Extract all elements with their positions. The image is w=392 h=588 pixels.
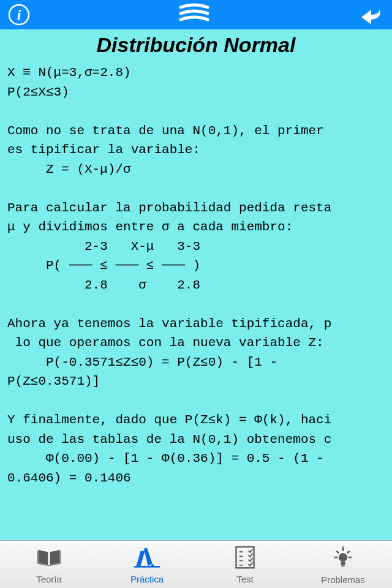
svg-point-8 [339, 553, 347, 562]
tab-problemas[interactable]: Problemas [294, 545, 392, 585]
back-icon[interactable] [358, 1, 385, 28]
info-icon[interactable]: i [7, 3, 31, 26]
tab-label: Test [236, 574, 254, 584]
lesson-body: X ≡ N(μ=3,σ=2.8) P(2≤X≤3) Como no se tra… [7, 63, 385, 488]
tab-test[interactable]: Test [196, 545, 294, 584]
lightbulb-icon [330, 545, 356, 573]
tab-label: Práctica [130, 574, 164, 584]
svg-rect-10 [341, 565, 344, 567]
books-icon[interactable] [176, 2, 213, 27]
book-icon [36, 545, 62, 573]
pencil-icon [134, 545, 160, 573]
page-title: Distribución Normal [7, 33, 385, 57]
svg-line-15 [347, 551, 350, 553]
svg-text:i: i [17, 7, 21, 23]
top-navbar: i [0, 0, 392, 29]
bottom-tabbar: Teoría Práctica [0, 540, 392, 588]
tab-teoria[interactable]: Teoría [0, 545, 98, 584]
tab-label: Problemas [321, 575, 365, 585]
svg-rect-2 [134, 566, 160, 568]
svg-line-14 [337, 551, 339, 553]
checklist-icon [233, 545, 257, 573]
tab-practica[interactable]: Práctica [98, 545, 196, 584]
svg-rect-9 [341, 562, 345, 565]
main-content: Distribución Normal X ≡ N(μ=3,σ=2.8) P(2… [0, 29, 392, 540]
tab-label: Teoría [36, 574, 62, 584]
